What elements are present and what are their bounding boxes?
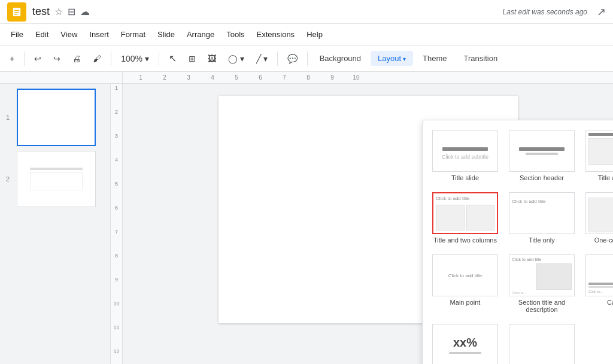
layout-thumb-blank [509,324,575,364]
shape-tool[interactable]: ◯ ▾ [223,51,249,66]
layout-label-title-two-col: Title and two columns [433,236,497,244]
history-icon[interactable]: ⊟ [68,6,75,17]
layout-label-caption: Caption [607,299,613,306]
divider-2 [111,51,111,66]
layout-item-caption[interactable]: Click to... Caption [583,252,613,316]
comment-button[interactable]: 💬 [283,51,302,66]
layout-thumb-title-body [585,130,613,172]
layout-item-sec-desc[interactable]: Click to add title Click to... Section t… [506,252,577,316]
slide-thumb-2[interactable]: 2 [17,151,96,207]
divider-5 [307,51,308,66]
app-icon [7,2,26,22]
menu-help[interactable]: Help [301,28,329,41]
layout-label-main-point: Main point [450,299,481,306]
layout-item-title-body[interactable]: Title and body [583,128,613,184]
menu-slide[interactable]: Slide [151,28,181,41]
image-tool[interactable]: 🖼 [203,51,221,66]
layout-label-one-col: One-column text [594,236,613,244]
divider-4 [277,51,278,66]
divider-1 [24,51,25,66]
last-edit: Last edit was seconds ago [503,8,587,16]
menu-edit[interactable]: Edit [29,28,54,41]
menu-insert[interactable]: Insert [83,28,115,41]
layout-thumb-title-slide: Click to add subtitle [432,130,498,172]
big-number-display: xx% [453,336,477,350]
divider-3 [159,51,159,66]
trending-icon: ↗ [597,5,606,19]
slide-number-2: 2 [6,175,10,183]
line-tool[interactable]: ╱ ▾ [251,51,272,66]
menu-arrange[interactable]: Arrange [181,28,220,41]
add-button[interactable]: + [5,51,19,66]
layout-thumb-title-only: Click to add title [509,192,575,234]
title-bar: test ☆ ⊟ ☁ Last edit was seconds ago ↗ [0,0,613,24]
ruler-horizontal: 1 2 3 4 5 6 7 8 9 10 [0,72,613,84]
textbox-tool[interactable]: ⊞ [184,51,201,66]
doc-title: test [32,5,50,18]
cloud-icon[interactable]: ☁ [80,6,90,17]
layout-thumb-one-col [585,192,613,234]
layout-button[interactable]: Layout [371,51,413,66]
layout-item-section-header[interactable]: Section header [506,128,577,184]
layout-thumb-big-number: xx% [432,324,498,364]
layout-thumb-caption: Click to... [585,254,613,296]
redo-button[interactable]: ↪ [48,51,65,66]
menu-tools[interactable]: Tools [220,28,250,41]
theme-button[interactable]: Theme [415,51,454,66]
svg-rect-0 [13,7,20,16]
star-icon[interactable]: ☆ [54,6,63,17]
layout-dropdown: Click to add subtitle Title slide [422,120,613,364]
paint-button[interactable]: 🖌 [88,51,106,66]
toolbar: + ↩ ↪ 🖨 🖌 100% ▾ ↖ ⊞ 🖼 ◯ ▾ ╱ ▾ 💬 Backgro… [0,46,613,72]
layout-label-title-only: Title only [529,236,555,244]
layout-label-title-slide: Title slide [451,174,479,181]
ruler-vertical: 1 2 3 4 5 6 7 8 9 10 11 12 [111,84,123,364]
layout-label-section-header: Section header [520,174,564,181]
title-icons: ☆ ⊟ ☁ [54,6,90,17]
print-button[interactable]: 🖨 [68,51,86,66]
main-area: 1 2 1 2 3 4 5 6 [0,84,613,364]
layout-label-title-body: Title and body [598,174,613,181]
slide-number-1: 1 [6,114,10,121]
transition-button[interactable]: Transition [457,51,505,66]
layout-item-title-two-col[interactable]: Click to add title Title and two columns [430,190,500,246]
canvas-section: 1 2 3 4 5 6 7 8 9 10 11 12 [111,84,613,364]
layout-thumb-main-point: Click to add title [432,254,498,296]
menu-format[interactable]: Format [115,28,151,41]
background-button[interactable]: Background [312,51,368,66]
select-tool[interactable]: ↖ [164,50,181,66]
canvas-area: Click to add subtitle Title slide [123,84,613,364]
layout-item-title-only[interactable]: Click to add title Title only [506,190,577,246]
layout-item-title-slide[interactable]: Click to add subtitle Title slide [430,128,500,184]
layout-thumb-sec-desc: Click to add title Click to... [509,254,575,296]
slide-thumb-1[interactable]: 1 [17,89,96,146]
undo-button[interactable]: ↩ [29,51,46,66]
layout-item-main-point[interactable]: Click to add title Main point [430,252,500,316]
layout-thumb-title-two-col: Click to add title [432,192,498,234]
menu-bar: File Edit View Insert Format Slide Arran… [0,24,613,46]
menu-file[interactable]: File [5,28,29,41]
title-bar-right: ↗ [597,5,606,19]
layout-thumb-section-header [509,130,575,172]
layout-item-blank[interactable]: Blank [506,321,577,364]
slide-panel: 1 2 [0,84,111,364]
layout-grid: Click to add subtitle Title slide [430,128,613,364]
menu-extensions[interactable]: Extensions [251,28,301,41]
layout-label-sec-desc: Section title and description [509,299,575,313]
menu-view[interactable]: View [54,28,83,41]
layout-item-big-number[interactable]: xx% Big number [430,321,500,364]
zoom-button[interactable]: 100% ▾ [116,51,154,66]
layout-item-one-col[interactable]: One-column text [583,190,613,246]
